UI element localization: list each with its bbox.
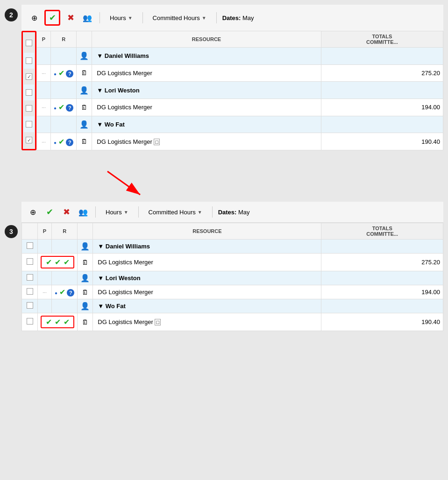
project-icon: 🗓 [81, 104, 87, 111]
row-cb[interactable] [27, 288, 33, 295]
blue-dot-icon: ● [54, 106, 57, 111]
blue-dot-icon: ● [54, 140, 57, 145]
totals-header-2: TOTALS [324, 226, 440, 231]
hours-dropdown-2[interactable]: Hours ▼ [101, 206, 133, 218]
committed-value: 190.40 [321, 133, 443, 150]
col-resource-2: RESOURCE [93, 223, 321, 240]
confirm-button-2[interactable]: ✔ [43, 205, 56, 219]
committed-subheader: COMMITTE... [324, 39, 440, 45]
blue-dot-icon: ● [54, 71, 57, 77]
committed-value: 194.00 [321, 99, 443, 116]
project-name: DG Logistics Merger [92, 99, 321, 116]
person-icon: 👤 [80, 302, 90, 310]
hours-caret-icon: ▼ [128, 15, 133, 21]
cancel-button[interactable]: ✖ [64, 11, 77, 24]
col-p: P [37, 31, 51, 48]
person-icon: 👤 [80, 274, 90, 282]
project-name: DG Logistics Merger □ [93, 313, 321, 331]
dots-icon: ··· [43, 290, 46, 295]
green-check-icon: ✔ [58, 103, 64, 111]
col-resource: RESOURCE [92, 31, 321, 48]
row5-checkbox[interactable]: ✓ [26, 137, 32, 143]
badge-3: 3 [5, 225, 18, 238]
green-check-icon: ✔ [59, 288, 65, 296]
row-cb[interactable] [27, 302, 33, 309]
row4-checkbox[interactable] [26, 121, 32, 127]
hours-caret-icon-2: ▼ [124, 210, 128, 215]
green-check-3: ✔ [64, 318, 70, 326]
row1-checkbox[interactable]: ✓ [26, 73, 32, 80]
col-r-2: R [52, 223, 78, 240]
project-name: DG Logistics Merger □ [92, 133, 321, 150]
dots-icon: ··· [42, 105, 45, 110]
table-row: ··· ● ✔ ? 🗓 DG Logistics Merger □ 190.40 [37, 133, 443, 150]
person-icon: 👤 [79, 86, 89, 94]
dates-label: Dates: May [222, 14, 254, 21]
row-cb[interactable] [27, 318, 33, 325]
add-button[interactable]: ⊕ [28, 11, 41, 24]
users-button-2[interactable]: 👥 [77, 205, 90, 219]
row-cb[interactable] [27, 274, 33, 281]
committed-value: 194.00 [321, 285, 443, 299]
row3-checkbox[interactable] [26, 105, 32, 112]
table-row: 👤 ▼ Wo Fat [22, 299, 443, 313]
row0-checkbox[interactable] [26, 57, 32, 64]
green-check-1: ✔ [46, 258, 52, 267]
green-check-icon: ✔ [58, 138, 64, 146]
project-icon: 🗓 [82, 259, 88, 266]
person-icon: 👤 [79, 120, 89, 128]
project-name: DG Logistics Merger [92, 64, 321, 82]
committed-caret-icon: ▼ [202, 15, 206, 21]
row-cb[interactable] [27, 258, 33, 265]
committed-value: 275.20 [321, 254, 443, 271]
resource-name: ▼ Daniel Williams [92, 48, 321, 65]
blue-q-icon: ? [67, 289, 74, 296]
person-icon: 👤 [79, 52, 89, 60]
blue-q-icon: ? [66, 104, 73, 112]
svg-line-1 [107, 171, 140, 195]
col-p-2: P [38, 223, 52, 240]
table-row: ✔ ✔ ✔ 🗓 DG Logistics Merger □ 190.40 [22, 313, 443, 331]
header-checkbox[interactable] [26, 40, 32, 46]
resource-name: ▼ Lori Weston [93, 271, 321, 285]
col-r: R [51, 31, 77, 48]
project-icon: 🗓 [81, 138, 87, 145]
add-button-2[interactable]: ⊕ [26, 205, 39, 219]
arrow-down [98, 169, 154, 197]
resource-name: ▼ Lori Weston [92, 82, 321, 99]
blue-q-icon: ? [66, 70, 73, 78]
committed-subheader-2: COMMITTE... [324, 231, 440, 237]
committed-value: 190.40 [321, 313, 443, 331]
users-button[interactable]: 👥 [81, 11, 94, 24]
committed-hours-dropdown[interactable]: Committed Hours ▼ [149, 12, 211, 24]
row2-checkbox[interactable] [26, 89, 32, 96]
cancel-button-2[interactable]: ✖ [60, 205, 73, 219]
table-row: 👤 ▼ Wo Fat [37, 116, 443, 133]
resource-name: ▼ Daniel Williams [93, 240, 321, 254]
project-name: DG Logistics Merger [93, 285, 321, 299]
person-icon: 👤 [80, 242, 90, 250]
project-name: DG Logistics Merger [93, 254, 321, 271]
row-cb[interactable] [27, 242, 33, 249]
green-check-2: ✔ [55, 318, 61, 326]
blue-q-icon: ? [66, 139, 73, 146]
hours-dropdown[interactable]: Hours ▼ [106, 12, 137, 24]
dates-label-2: Dates: May [218, 209, 250, 216]
project-icon: 🗓 [81, 69, 87, 77]
committed-hours-dropdown-2[interactable]: Committed Hours ▼ [144, 206, 206, 218]
project-icon: 🗓 [82, 318, 88, 326]
dots-icon: ··· [42, 140, 45, 145]
dots-icon: ··· [42, 71, 45, 76]
green-check-2: ✔ [55, 258, 61, 267]
resource-name: ▼ Wo Fat [93, 299, 321, 313]
green-check-1: ✔ [46, 318, 52, 326]
three-checks-highlight: ✔ ✔ ✔ [41, 256, 74, 268]
committed-value: 275.20 [321, 64, 443, 82]
table-row: ··· ● ✔ ? 🗓 DG Logistics Merger 194.00 [37, 99, 443, 116]
committed-caret-icon-2: ▼ [198, 210, 202, 215]
totals-header: TOTALS [324, 34, 440, 39]
table-row: 👤 ▼ Daniel Williams [22, 240, 443, 254]
confirm-button[interactable]: ✔ [46, 11, 59, 24]
project-icon: 🗓 [82, 289, 88, 296]
table-row: ··· ● ✔ ? 🗓 DG Logistics Merger 194.00 [22, 285, 443, 299]
